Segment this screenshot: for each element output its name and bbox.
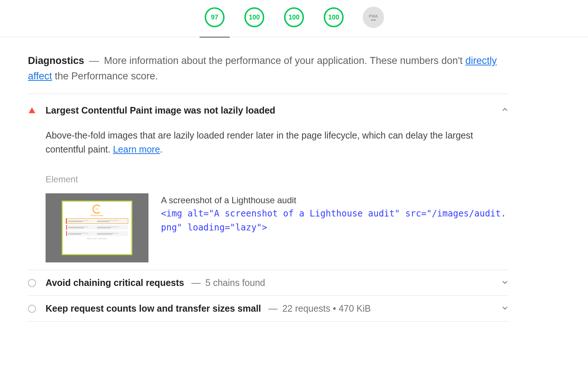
neutral-circle-icon	[28, 305, 36, 313]
audit-item-lcp-lazy: Largest Contentful Paint image was not l…	[28, 98, 509, 271]
score-gauge-best-practices[interactable]: 100	[283, 7, 305, 28]
audit-body: Above-the-fold images that are lazily lo…	[28, 116, 509, 263]
element-thumbnail: 73 Performance What LCP measures	[46, 193, 148, 262]
audit-subtitle: 5 chains found	[205, 277, 265, 288]
score-value: 100	[244, 7, 265, 28]
audit-subtitle: 22 requests • 470 KiB	[282, 303, 371, 314]
element-details: A screenshot of a Lighthouse audit <img …	[161, 193, 509, 234]
audit-description: Above-the-fold images that are lazily lo…	[46, 128, 479, 157]
score-header: 97 100 100 100 PWA	[0, 0, 588, 37]
chevron-down-icon[interactable]	[501, 279, 509, 287]
score-value: 100	[283, 7, 305, 28]
audit-header[interactable]: Largest Contentful Paint image was not l…	[28, 105, 509, 116]
element-code-snippet: <img alt="A screenshot of a Lighthouse a…	[161, 207, 509, 234]
chevron-down-icon[interactable]	[501, 304, 509, 313]
warning-triangle-icon	[28, 106, 36, 114]
element-caption: A screenshot of a Lighthouse audit	[161, 193, 509, 207]
pwa-dash-icon	[371, 19, 376, 21]
em-dash: —	[87, 55, 101, 66]
diagnostics-title: Diagnostics	[28, 55, 84, 66]
audit-title: Keep request counts low and transfer siz…	[46, 303, 261, 314]
score-value: 97	[204, 7, 225, 28]
diagnostics-text-2: the Performance score.	[55, 71, 158, 82]
score-gauge-seo[interactable]: 100	[323, 7, 344, 28]
chevron-up-icon[interactable]	[501, 106, 509, 115]
audit-header[interactable]: Avoid chaining critical requests — 5 cha…	[28, 277, 509, 288]
element-row: 73 Performance What LCP measures A scree…	[46, 193, 509, 262]
diagnostics-text-1: More information about the performance o…	[104, 55, 465, 66]
audit-item-request-counts: Keep request counts low and transfer siz…	[28, 296, 509, 322]
score-gauge-pwa[interactable]: PWA	[363, 7, 384, 28]
audit-title: Avoid chaining critical requests	[46, 277, 184, 288]
neutral-circle-icon	[28, 279, 36, 287]
diagnostics-heading: Diagnostics — More information about the…	[28, 53, 509, 94]
audit-title: Largest Contentful Paint image was not l…	[46, 105, 275, 116]
score-gauge-accessibility[interactable]: 100	[244, 7, 265, 28]
score-value: 100	[323, 7, 344, 28]
diagnostics-section: Diagnostics — More information about the…	[0, 37, 537, 322]
score-gauge-performance[interactable]: 97	[204, 7, 225, 28]
audit-item-chaining: Avoid chaining critical requests — 5 cha…	[28, 270, 509, 296]
element-column-header: Element	[46, 174, 509, 184]
pwa-label: PWA	[369, 14, 378, 18]
svg-marker-8	[29, 107, 35, 113]
audit-header[interactable]: Keep request counts low and transfer siz…	[28, 303, 509, 314]
learn-more-link[interactable]: Learn more	[113, 144, 160, 154]
